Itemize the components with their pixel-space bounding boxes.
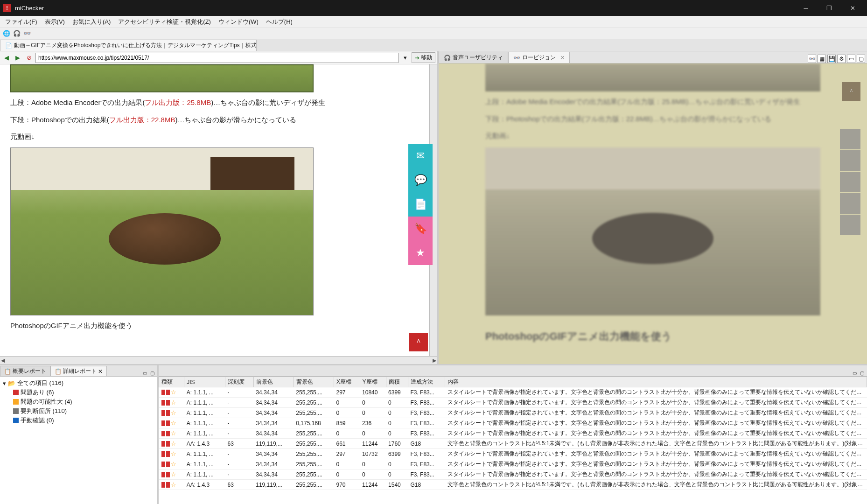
col-fg[interactable]: 前景色: [253, 377, 294, 387]
forward-button[interactable]: ▶: [13, 53, 22, 63]
tab-summary-report[interactable]: 📋概要レポート: [0, 366, 50, 376]
table-row[interactable]: ☆A: 1.1.1, ...-34,34,34255,255,...000F3,…: [159, 428, 867, 439]
minimize-button[interactable]: ─: [794, 0, 818, 16]
headphones-icon: 🎧: [444, 55, 451, 61]
tab-low-vision[interactable]: 👓ロービジョン✕: [508, 52, 570, 63]
headphones-icon[interactable]: 🎧: [13, 30, 21, 37]
close-button[interactable]: ✕: [841, 0, 864, 16]
table-row[interactable]: ☆A: 1.1.1, ...-34,34,34255,255,...000F3,…: [159, 398, 867, 408]
col-bg[interactable]: 背景色: [294, 377, 334, 387]
back-to-top-button[interactable]: ＾: [409, 333, 428, 351]
globe-icon[interactable]: 🌐: [3, 30, 10, 37]
menu-window[interactable]: ウィンドウ(W): [215, 16, 262, 28]
detail-table-pane: ▭▢ 種類 JIS 深刻度 前景色 背景色 X座標 Y座標 面積 達成方法 内容…: [159, 365, 867, 504]
mail-icon[interactable]: ✉: [408, 144, 433, 168]
orange-square-icon: [13, 399, 19, 405]
table-row[interactable]: ☆AA: 1.4.363119,119,...255,255,...970112…: [159, 480, 867, 490]
red-square-icon: [13, 390, 19, 395]
bottom-panel: 📋概要レポート 📋詳細レポート✕ ▭▢ ▾📂全ての項目 (116) 問題あり (…: [0, 364, 867, 504]
tree-pane: 📋概要レポート 📋詳細レポート✕ ▭▢ ▾📂全ての項目 (116) 問題あり (…: [0, 365, 159, 504]
app-icon: !: [3, 4, 11, 12]
blue-square-icon: [13, 418, 19, 423]
maximize-pane-icon[interactable]: ▢: [857, 55, 865, 63]
page-tab[interactable]: 📄 動画→GIFアニメ変換をPhotoshopできれいに仕上げる方法｜デジタルマ…: [0, 40, 257, 51]
article-line1: 上段：Adobe Media Encoderでの出力結果(フル出力版：25.8M…: [10, 96, 432, 110]
table-row[interactable]: ☆A: 1.1.1, ...-34,34,34255,255,...000F3,…: [159, 469, 867, 480]
dropdown-icon[interactable]: ▾: [400, 53, 410, 63]
tree-root[interactable]: ▾📂全ての項目 (116): [3, 378, 154, 388]
doc-icon[interactable]: 📄: [408, 192, 433, 217]
glasses-toggle-icon[interactable]: 👓: [808, 55, 816, 63]
menu-view[interactable]: 表示(V): [42, 16, 68, 28]
article-line3: 元動画↓: [10, 130, 432, 144]
page-tab-title: 動画→GIFアニメ変換をPhotoshopできれいに仕上げる方法｜デジタルマーケ…: [14, 42, 257, 49]
table-row[interactable]: ☆A: 1.1.1, ...-34,34,34255,255,...000F3,…: [159, 459, 867, 469]
back-button[interactable]: ◀: [2, 53, 11, 63]
tree-problem[interactable]: 問題あり (6): [13, 388, 154, 397]
minimize-pane-icon[interactable]: ▭: [141, 370, 148, 376]
article-image-main: [10, 147, 314, 315]
article-heading: PhotoshopのGIFアニメ出力機能を使う: [10, 319, 432, 333]
go-button[interactable]: ➜移動: [412, 52, 435, 63]
tree-possible[interactable]: 問題の可能性大 (4): [13, 397, 154, 406]
col-type[interactable]: 種類: [159, 377, 184, 387]
report-icon: 📋: [4, 368, 11, 375]
page-icon: 📄: [5, 42, 12, 49]
col-severity[interactable]: 深刻度: [225, 377, 254, 387]
lv-floating-sidebar: [840, 129, 860, 236]
menu-help[interactable]: ヘルプ(H): [263, 16, 296, 28]
titlebar: ! miChecker ─ ❐ ✕: [0, 0, 867, 16]
folder-icon: 📂: [8, 380, 15, 387]
browser-content: 上段：Adobe Media Encoderでの出力結果(フル出力版：25.8M…: [0, 64, 437, 356]
lv-back-to-top[interactable]: ＾: [842, 82, 860, 101]
browser-tabrow: 📄 動画→GIFアニメ変換をPhotoshopできれいに仕上げる方法｜デジタルマ…: [0, 39, 867, 51]
table-row[interactable]: ☆A: 1.1.1, ...-34,34,34255,255,...000F3,…: [159, 408, 867, 418]
tab-audio-usability[interactable]: 🎧音声ユーザビリティ: [439, 52, 508, 63]
low-vision-preview: 上段：Adobe Media Encoderでの出力結果(フル出力版：25.8M…: [439, 63, 867, 364]
chat-icon[interactable]: 💬: [408, 168, 433, 192]
address-row: ◀ ▶ ⊘ ▾ ➜移動: [0, 51, 437, 64]
glasses-icon: 👓: [513, 55, 520, 61]
col-content[interactable]: 内容: [445, 377, 867, 387]
tree-manual[interactable]: 手動確認 (0): [13, 416, 154, 425]
bookmark-icon[interactable]: 🔖: [408, 217, 433, 241]
close-tab-icon[interactable]: ✕: [560, 55, 565, 61]
left-pane: ◀ ▶ ⊘ ▾ ➜移動 上段：Adobe Media Encoderでの出力結果…: [0, 51, 439, 364]
save-icon[interactable]: 💾: [827, 55, 836, 63]
report-icon: 📋: [55, 368, 62, 375]
scrollbar-horizontal[interactable]: ◀▶: [0, 356, 437, 364]
glasses-icon[interactable]: 👓: [23, 30, 31, 37]
stop-button[interactable]: ⊘: [24, 53, 34, 63]
table-row[interactable]: ☆A: 1.1.1, ...-34,34,340,175,1688592360F…: [159, 418, 867, 428]
url-input[interactable]: [35, 53, 399, 63]
menubar: ファイル(F) 表示(V) お気に入り(A) アクセシビリティ検証・視覚化(Z)…: [0, 16, 867, 28]
maximize-pane-icon[interactable]: ▢: [149, 370, 155, 376]
table-row[interactable]: ☆A: 1.1.1, ...-34,34,34255,255,...297107…: [159, 449, 867, 459]
col-tech[interactable]: 達成方法: [408, 377, 445, 387]
gear-icon[interactable]: ⚙: [837, 55, 846, 63]
maximize-pane-icon[interactable]: ▢: [859, 370, 865, 376]
col-x[interactable]: X座標: [334, 377, 360, 387]
menu-favorites[interactable]: お気に入り(A): [69, 16, 114, 28]
menu-file[interactable]: ファイル(F): [2, 16, 41, 28]
article-line2: 下段：Photoshopでの出力結果(フル出力版：22.8MB)…ちゃぶ台の影が…: [10, 113, 432, 127]
tab-detail-report[interactable]: 📋詳細レポート✕: [50, 366, 107, 376]
col-y[interactable]: Y座標: [360, 377, 386, 387]
app-title: miChecker: [15, 5, 794, 12]
col-area[interactable]: 面積: [386, 377, 408, 387]
grid-icon[interactable]: ▦: [818, 55, 826, 63]
minimize-pane-icon[interactable]: ▭: [847, 55, 855, 63]
col-jis[interactable]: JIS: [184, 377, 225, 387]
menu-accessibility[interactable]: アクセシビリティ検証・視覚化(Z): [115, 16, 214, 28]
right-pane: 🎧音声ユーザビリティ 👓ロービジョン✕ 👓 ▦ 💾 ⚙ ▭ ▢ 上段：Adobe…: [439, 51, 867, 364]
floating-sidebar: ✉ 💬 📄 🔖 ★: [408, 144, 433, 265]
close-tab-icon[interactable]: ✕: [98, 368, 103, 375]
tree-judge[interactable]: 要判断箇所 (110): [13, 406, 154, 416]
maximize-button[interactable]: ❐: [818, 0, 841, 16]
issue-tree: ▾📂全ての項目 (116) 問題あり (6) 問題の可能性大 (4) 要判断箇所…: [0, 377, 157, 504]
star-icon[interactable]: ★: [408, 241, 433, 265]
toolbar: 🌐 🎧 👓: [0, 28, 867, 39]
table-row[interactable]: ☆A: 1.1.1, ...-34,34,34255,255,...297108…: [159, 387, 867, 398]
table-row[interactable]: ☆AA: 1.4.363119,119,...255,255,...661112…: [159, 439, 867, 449]
minimize-pane-icon[interactable]: ▭: [851, 370, 858, 376]
